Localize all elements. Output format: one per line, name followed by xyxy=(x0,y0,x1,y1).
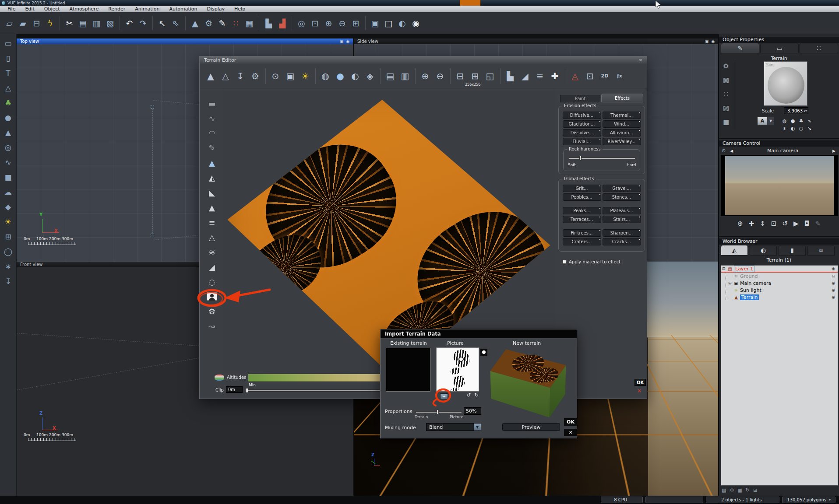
tab-material-spheres[interactable]: ∷ xyxy=(800,43,838,53)
paint-icon[interactable]: ✎ xyxy=(215,15,229,31)
scale-spinner[interactable]: 3.9063 ▲▼ xyxy=(784,107,808,114)
glaciation-button[interactable]: Glaciation... xyxy=(563,120,601,128)
terraces-button[interactable]: Terraces... xyxy=(563,216,601,223)
tree-tool-icon[interactable]: ♣ xyxy=(1,95,16,110)
render-display-icon[interactable]: ▣ xyxy=(368,15,382,31)
color-set-icon[interactable]: ∷ xyxy=(229,15,243,31)
gravel-button[interactable]: Gravel... xyxy=(603,185,641,192)
te-separator[interactable] xyxy=(377,67,383,85)
object-options-icon[interactable]: ⚙ xyxy=(202,15,215,31)
fir-trees-button[interactable]: Fir trees... xyxy=(563,229,601,237)
fluvial-button[interactable]: Fluvial... xyxy=(563,138,601,145)
import-cancel-button[interactable]: ✕ xyxy=(564,429,577,436)
previous-camera-button[interactable]: ◀ xyxy=(730,149,733,153)
selection-handle[interactable] xyxy=(151,105,154,108)
list-view-icon[interactable]: ▦ xyxy=(737,487,742,493)
terrain-editor-ok-button[interactable]: OK xyxy=(635,379,646,386)
tree-item-main-camera[interactable]: ⊞ ▣ Main camera ◉ xyxy=(721,280,838,287)
redo-icon[interactable]: ↷ xyxy=(136,15,150,31)
ghost-icon[interactable]: ◍ xyxy=(780,117,789,125)
load-picture-icon[interactable]: ↪ xyxy=(440,393,448,399)
duplicate-terrain-icon[interactable]: △ xyxy=(218,67,233,85)
mechanical-brush-icon[interactable]: ⚙ xyxy=(203,304,221,318)
tree-item-ground[interactable]: ≋ Ground ⊡ xyxy=(721,273,838,280)
Animation[interactable]: Animation xyxy=(130,6,164,12)
side-view-titlebar[interactable]: Side view ▣◉ xyxy=(354,38,718,44)
craters-button[interactable]: Craters... xyxy=(563,238,601,245)
globe-icon[interactable]: ◎ xyxy=(295,15,308,31)
File[interactable]: File xyxy=(3,6,20,12)
peaks-button[interactable]: Peaks... xyxy=(563,207,601,214)
aspect-dropdown[interactable]: A ▼ xyxy=(758,117,774,125)
toolbar-separator[interactable] xyxy=(183,15,188,31)
next-camera-button[interactable]: ▶ xyxy=(832,149,835,153)
tree-item-sun-light[interactable]: ☀ Sun light ◉ xyxy=(721,287,838,294)
title-bar[interactable]: VUE Infinite 2015.2 - Untitled xyxy=(0,0,839,6)
swirl-brush-icon[interactable]: ◌ xyxy=(203,274,221,289)
proportions-slider-track[interactable] xyxy=(416,411,462,413)
chevron-down-icon[interactable]: ▼ xyxy=(767,117,774,125)
status-segment[interactable]: 130,052 polygons ▾ xyxy=(782,497,835,503)
material-checker-icon[interactable]: ▩ xyxy=(720,75,732,85)
chevron-down-icon[interactable]: ▼ xyxy=(474,424,481,430)
tab-dimensions-ruler[interactable]: ▭ xyxy=(760,43,799,53)
toolbar-separator[interactable] xyxy=(363,15,368,31)
sharp-peak-brush-icon[interactable]: ◣ xyxy=(203,185,221,200)
zoom-region-icon[interactable]: ⊡ xyxy=(308,15,322,31)
tab-objects[interactable]: ◭ xyxy=(721,245,748,256)
maximize-view-icon[interactable]: ▣ xyxy=(705,39,709,44)
eroded-brush-icon[interactable]: ≋ xyxy=(203,245,221,259)
lock-camera-icon[interactable]: ◘ xyxy=(804,220,809,228)
curve-tool-icon[interactable]: ∿ xyxy=(1,155,16,170)
mixing-mode-dropdown[interactable]: Blend ▼ xyxy=(426,423,481,431)
text-tool-icon[interactable]: T xyxy=(1,66,16,80)
delete-layer-icon[interactable]: ▤ xyxy=(722,487,726,493)
visibility-eye-icon[interactable]: ◉ xyxy=(832,266,835,271)
duplicate-icon[interactable]: ▧ xyxy=(103,15,117,31)
paste-icon[interactable]: ▥ xyxy=(90,15,103,31)
object-gear-icon[interactable]: ⚙ xyxy=(720,61,732,71)
graph-icon[interactable]: ▙ xyxy=(262,15,275,31)
proportions-slider-thumb[interactable] xyxy=(437,410,439,414)
group-tool-icon[interactable]: ⊞ xyxy=(1,229,16,244)
Object[interactable]: Object xyxy=(39,6,65,12)
visibility-eye-icon[interactable]: ◉ xyxy=(832,295,835,299)
cone-tool-icon[interactable]: △ xyxy=(1,80,16,95)
dissolve-button[interactable]: Dissolve... xyxy=(563,129,601,136)
status-segment[interactable]: 2 objects - 1 lights xyxy=(706,497,779,503)
status-segment[interactable] xyxy=(645,497,703,503)
view-options-icon[interactable]: ◉ xyxy=(346,39,349,44)
zoom-camera-icon[interactable]: ⊕ xyxy=(737,220,743,228)
rotate-camera-icon[interactable]: ↺ xyxy=(782,220,788,228)
status-segment[interactable]: 8 CPU xyxy=(601,497,643,503)
tab-display[interactable]: ▮ xyxy=(779,245,806,256)
sphere-tool-icon[interactable]: ● xyxy=(1,110,16,125)
pyramid-tool-icon[interactable]: ▲ xyxy=(1,125,16,140)
tree-item-label[interactable]: Ground xyxy=(740,273,758,279)
reset-zone-icon[interactable]: ⊡ xyxy=(582,67,597,85)
planet-tool-icon[interactable]: ◎ xyxy=(1,140,16,155)
flat-brush-icon[interactable]: ▬ xyxy=(203,96,221,111)
save-icon[interactable]: ⊟ xyxy=(30,15,43,31)
crop-terrain-icon[interactable]: ◱ xyxy=(483,67,497,85)
tree-item-layer1[interactable]: ⊟ ▤ Layer 1 ◉ xyxy=(721,266,838,273)
resolution-decrease-icon[interactable]: ⊟ xyxy=(453,67,468,85)
aim-camera-icon[interactable]: ▶ xyxy=(793,220,799,228)
te-separator[interactable] xyxy=(562,67,568,85)
toolbar-separator[interactable] xyxy=(256,15,262,31)
zoom-in-icon[interactable]: ⊕ xyxy=(418,67,433,85)
top-view-titlebar[interactable]: Top view ▣◉ xyxy=(17,38,353,44)
cut-icon[interactable]: ✂ xyxy=(63,15,76,31)
tree-expand-icon[interactable]: ⊟ xyxy=(722,266,727,271)
close-icon[interactable]: ✕ xyxy=(639,58,642,63)
paste-terrain-icon[interactable]: ▥ xyxy=(398,67,412,85)
tree-item-label[interactable]: Main camera xyxy=(740,280,771,286)
copy-terrain-icon[interactable]: ▤ xyxy=(383,67,398,85)
picture-terrain-brush-icon[interactable] xyxy=(207,292,217,301)
zoom-in-icon[interactable]: ⊕ xyxy=(322,15,335,31)
curve-flow-brush-icon[interactable]: ↝ xyxy=(203,318,221,333)
plateaus-button[interactable]: Plateaus... xyxy=(603,207,641,214)
glacier-brush-icon[interactable]: ▲ xyxy=(203,155,221,170)
terrain-options-icon[interactable]: ⚙ xyxy=(248,67,263,85)
terrain-editor-titlebar[interactable]: Terrain Editor ✕ xyxy=(200,56,647,64)
